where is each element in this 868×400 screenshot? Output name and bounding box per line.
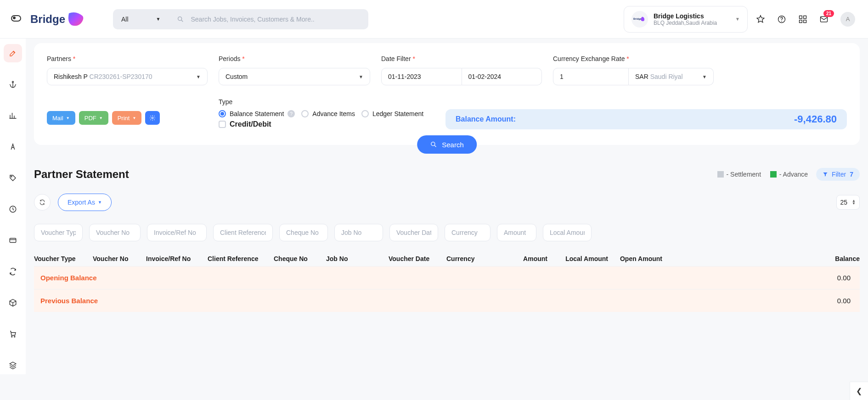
partners-dropdown[interactable]: Rishikesh P CR230261-SP230170 ▼	[47, 68, 208, 85]
col-voucher-no[interactable]: Voucher No	[93, 251, 146, 266]
search-input-wrap	[169, 16, 368, 23]
sidebar-item-cart[interactable]	[4, 325, 22, 343]
filter-amount[interactable]	[497, 224, 536, 241]
svg-text:Bridge: Bridge	[633, 17, 642, 20]
radio-icon	[301, 110, 309, 117]
sidebar-item-anchor[interactable]	[4, 75, 22, 94]
print-button[interactable]: Print▼	[112, 111, 142, 125]
chevron-down-icon: ▼	[196, 74, 201, 79]
sidebar-item-layers[interactable]	[4, 356, 22, 374]
exchange-rate-input[interactable]: 1	[553, 68, 629, 85]
sidebar-item-card[interactable]	[4, 231, 22, 250]
apps-icon[interactable]	[798, 15, 807, 24]
search-category-dropdown[interactable]: All ▼	[113, 9, 169, 29]
page-size-select[interactable]: 25 ▲▼	[836, 195, 860, 210]
filter-button[interactable]: Filter 7	[816, 168, 860, 181]
credit-debit-checkbox[interactable]: Credit/Debit	[219, 120, 434, 128]
filter-invoice-ref[interactable]	[147, 224, 207, 241]
chevron-down-icon: ▼	[702, 74, 707, 79]
svg-rect-7	[800, 20, 802, 22]
col-open-amount[interactable]: Open Amount	[608, 251, 662, 266]
periods-dropdown[interactable]: Custom ▼	[219, 68, 370, 85]
brand-mark-icon	[67, 11, 85, 27]
search-button[interactable]: Search	[417, 135, 477, 154]
search-input[interactable]	[191, 16, 360, 23]
radio-ledger-statement[interactable]: Ledger Statement	[361, 110, 423, 117]
export-button[interactable]: Export As ▼	[58, 194, 112, 211]
filter-client-ref[interactable]	[213, 224, 273, 241]
row-value: 0.00	[837, 297, 860, 305]
org-location: BLQ Jeddah,Saudi Arabia	[654, 20, 717, 26]
balance-label: Balance Amount:	[456, 115, 516, 123]
col-balance[interactable]: Balance	[662, 251, 860, 266]
header-actions: 21 A	[756, 12, 855, 27]
svg-point-17	[431, 142, 435, 146]
settings-button[interactable]	[145, 111, 160, 125]
radio-icon	[361, 110, 369, 117]
balance-value: -9,426.80	[794, 113, 837, 125]
gear-icon	[149, 115, 156, 121]
sidebar-item-sync[interactable]	[4, 262, 22, 281]
periods-value: Custom	[225, 73, 248, 80]
filter-currency[interactable]	[445, 224, 490, 241]
col-amount[interactable]: Amount	[492, 251, 547, 266]
filter-voucher-date[interactable]	[389, 224, 438, 241]
brand-logo[interactable]: Bridge	[30, 11, 85, 27]
radio-balance-statement[interactable]: Balance Statement ?	[219, 110, 295, 117]
search-icon	[177, 16, 184, 23]
col-job-no[interactable]: Job No	[326, 251, 389, 266]
sidebar-toggle[interactable]	[7, 11, 25, 27]
row-label: Previous Balance	[34, 297, 649, 305]
filter-label: Filter	[832, 171, 846, 178]
help-icon[interactable]	[777, 15, 786, 24]
filter-local-amount[interactable]	[543, 224, 592, 241]
mail-icon[interactable]: 21	[819, 15, 829, 24]
svg-rect-9	[821, 17, 828, 22]
filter-voucher-no[interactable]	[89, 224, 141, 241]
radio-label: Balance Statement	[230, 110, 284, 117]
sidebar-item-chart[interactable]	[4, 106, 22, 125]
user-avatar[interactable]: A	[840, 12, 855, 27]
mail-button[interactable]: Mail▼	[47, 111, 75, 125]
help-icon[interactable]: ?	[287, 110, 295, 117]
page-size-value: 25	[840, 199, 848, 206]
col-voucher-type[interactable]: Voucher Type	[34, 251, 93, 266]
statement-section: Partner Statement - Settlement - Advance…	[34, 168, 860, 312]
radio-label: Ledger Statement	[372, 110, 423, 117]
col-currency[interactable]: Currency	[446, 251, 492, 266]
star-icon[interactable]	[756, 15, 765, 24]
table-header: Voucher Type Voucher No Invoice/Ref No C…	[34, 251, 860, 266]
svg-point-15	[14, 336, 15, 337]
refresh-button[interactable]	[34, 194, 51, 211]
filter-job-no[interactable]	[334, 224, 383, 241]
filter-cheque-no[interactable]	[279, 224, 328, 241]
org-switcher[interactable]: Bridge Bridge Logistics BLQ Jeddah,Saudi…	[624, 6, 748, 33]
col-client-ref[interactable]: Client Reference	[208, 251, 274, 266]
filter-voucher-type[interactable]	[34, 224, 83, 241]
col-voucher-date[interactable]: Voucher Date	[389, 251, 446, 266]
date-to-input[interactable]: 01-02-2024	[462, 68, 542, 85]
radio-advance-items[interactable]: Advance Items	[301, 110, 355, 117]
table-row-opening: Opening Balance 0.00	[34, 266, 860, 289]
balance-amount-box: Balance Amount: -9,426.80	[445, 109, 847, 129]
sidebar-item-edit[interactable]	[4, 44, 22, 62]
sort-arrows-icon: ▲▼	[852, 200, 856, 205]
sidebar-item-history[interactable]	[4, 200, 22, 218]
col-cheque-no[interactable]: Cheque No	[274, 251, 326, 266]
sidebar-item-package[interactable]	[4, 294, 22, 312]
date-from-input[interactable]: 01-11-2023	[381, 68, 462, 85]
date-filter-label: Date Filter *	[381, 55, 542, 62]
col-local-amount[interactable]: Local Amount	[547, 251, 608, 266]
svg-point-16	[152, 117, 154, 119]
pdf-button[interactable]: PDF▼	[79, 111, 108, 125]
org-text: Bridge Logistics BLQ Jeddah,Saudi Arabia	[654, 12, 717, 26]
svg-rect-5	[800, 16, 802, 18]
global-search: All ▼	[113, 9, 368, 29]
legend-settlement-label: - Settlement	[727, 171, 761, 178]
action-buttons: Mail▼ PDF▼ Print▼	[47, 98, 208, 125]
currency-dropdown[interactable]: SAR Saudi Riyal ▼	[629, 68, 714, 85]
col-invoice-ref[interactable]: Invoice/Ref No	[146, 251, 208, 266]
sidebar-item-font[interactable]	[4, 138, 22, 156]
sidebar-item-tag[interactable]	[4, 169, 22, 187]
main-content: Partners * Rishikesh P CR230261-SP230170…	[26, 39, 868, 374]
